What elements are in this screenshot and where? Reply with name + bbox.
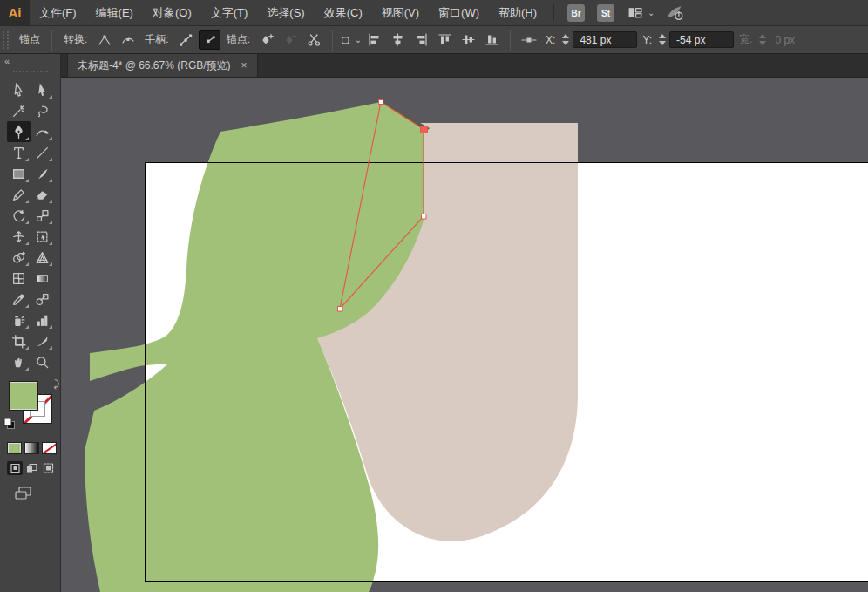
gpu-performance-icon: [665, 4, 686, 22]
tools-panel: «: [0, 54, 61, 592]
menu-edit[interactable]: 编辑(E): [86, 0, 143, 25]
transform-options-button[interactable]: ⌄: [340, 30, 362, 50]
blend-tool[interactable]: [31, 289, 54, 310]
gradient-button[interactable]: [24, 442, 39, 454]
hand-tool[interactable]: [7, 351, 31, 372]
width-tool[interactable]: [7, 226, 31, 247]
workspace-switcher-button[interactable]: ⌄: [626, 0, 654, 25]
magic-wand-tool[interactable]: [7, 100, 31, 121]
add-anchor-button[interactable]: [256, 30, 278, 50]
y-stepper[interactable]: [659, 34, 666, 45]
smooth-point-icon: [121, 33, 135, 47]
cut-path-button[interactable]: [303, 30, 325, 50]
align-vertical-top-button[interactable]: [434, 30, 456, 50]
align-horizontal-center-button[interactable]: [387, 30, 409, 50]
menu-view[interactable]: 视图(V): [372, 0, 429, 25]
menu-help[interactable]: 帮助(H): [489, 0, 546, 25]
gpu-performance-button[interactable]: [665, 0, 686, 25]
anchor-point-reference-widget[interactable]: [518, 30, 539, 50]
menu-object[interactable]: 对象(O): [143, 0, 201, 25]
anchor-point[interactable]: [338, 307, 343, 312]
artboard-tool[interactable]: [7, 330, 31, 351]
shaper-tool[interactable]: [7, 184, 31, 205]
control-bar-grip[interactable]: [3, 31, 9, 49]
align-h-right-icon: [414, 32, 429, 47]
align-vertical-center-button[interactable]: [458, 30, 479, 50]
draw-inside-button[interactable]: [40, 461, 56, 475]
curvature-tool[interactable]: [31, 121, 54, 142]
convert-to-corner-button[interactable]: [93, 30, 115, 50]
anchors-label: 锚点:: [227, 32, 250, 47]
paint-style-buttons: [7, 442, 60, 454]
direct-selection-tool[interactable]: [31, 79, 54, 100]
zoom-tool[interactable]: [31, 351, 54, 372]
gradient-tool[interactable]: [31, 268, 54, 289]
selection-tool[interactable]: [7, 79, 31, 100]
pen-tool[interactable]: [7, 121, 31, 142]
swap-fill-stroke-icon[interactable]: ⤸: [53, 378, 59, 390]
free-transform-tool[interactable]: [31, 226, 54, 247]
y-input[interactable]: -54 px: [669, 31, 734, 48]
column-graph-tool[interactable]: [31, 310, 54, 330]
menu-window[interactable]: 窗口(W): [429, 0, 489, 25]
anchor-point-selected[interactable]: [421, 126, 428, 133]
type-tool[interactable]: [7, 142, 31, 163]
tool-grid: [0, 79, 60, 372]
color-button[interactable]: [7, 442, 22, 454]
none-button[interactable]: [42, 442, 57, 454]
fill-color-swatch[interactable]: [9, 381, 38, 411]
canvas-viewport[interactable]: [61, 78, 868, 592]
anchor-point[interactable]: [379, 100, 383, 105]
show-handles-button[interactable]: [175, 30, 197, 50]
x-stepper[interactable]: [562, 34, 569, 45]
artwork-canvas[interactable]: [61, 78, 868, 592]
menu-select[interactable]: 选择(S): [257, 0, 314, 25]
close-tab-icon[interactable]: ×: [241, 59, 248, 71]
eraser-tool[interactable]: [31, 184, 54, 205]
scale-tool[interactable]: [31, 205, 54, 226]
bridge-button[interactable]: Br: [567, 4, 585, 22]
divider: [332, 30, 333, 51]
width-stepper: [759, 34, 766, 45]
bounding-box-icon: [340, 32, 352, 48]
document-tab[interactable]: 未标题-4* @ 66.67% (RGB/预览) ×: [67, 54, 258, 77]
mesh-tool[interactable]: [7, 268, 31, 289]
rectangle-tool[interactable]: [7, 163, 31, 184]
align-horizontal-right-button[interactable]: [410, 30, 432, 50]
align-vertical-bottom-button[interactable]: [481, 30, 503, 50]
convert-to-smooth-button[interactable]: [117, 30, 139, 50]
screen-mode-button[interactable]: [14, 486, 60, 505]
control-context-label: 锚点: [19, 32, 40, 47]
slice-tool[interactable]: [31, 330, 54, 351]
anchor-point[interactable]: [422, 214, 427, 220]
paintbrush-tool[interactable]: [31, 163, 54, 184]
shape-builder-tool[interactable]: [7, 247, 31, 268]
line-segment-tool[interactable]: [31, 142, 54, 163]
stock-button[interactable]: St: [597, 4, 614, 22]
draw-behind-button[interactable]: [24, 461, 39, 475]
menu-type[interactable]: 文字(T): [201, 0, 258, 25]
x-input[interactable]: 481 px: [573, 31, 637, 48]
align-horizontal-left-button[interactable]: [363, 30, 385, 50]
align-v-center-icon: [461, 32, 476, 47]
chevron-down-icon: ⌄: [648, 8, 654, 17]
symbol-sprayer-tool[interactable]: [7, 310, 31, 330]
remove-anchor-button[interactable]: [280, 30, 302, 50]
align-h-left-icon: [367, 32, 382, 47]
menu-file[interactable]: 文件(F): [30, 0, 86, 25]
hide-handles-button[interactable]: [199, 30, 220, 50]
lasso-tool[interactable]: [31, 100, 54, 121]
remove-anchor-icon: [283, 32, 298, 47]
default-fill-stroke-icon[interactable]: [3, 418, 16, 433]
perspective-grid-tool[interactable]: [31, 247, 54, 268]
control-bar: 锚点 转换: 手柄:: [0, 26, 868, 54]
panel-grip[interactable]: [13, 71, 48, 74]
align-v-top-icon: [437, 32, 452, 47]
collapse-panel-button[interactable]: «: [0, 54, 60, 68]
eyedropper-tool[interactable]: [7, 289, 31, 310]
width-label: 宽:: [739, 32, 752, 47]
rotate-tool[interactable]: [7, 205, 31, 226]
chevron-down-icon: ⌄: [355, 35, 362, 44]
menu-effect[interactable]: 效果(C): [315, 0, 372, 25]
draw-normal-button[interactable]: [7, 461, 23, 475]
